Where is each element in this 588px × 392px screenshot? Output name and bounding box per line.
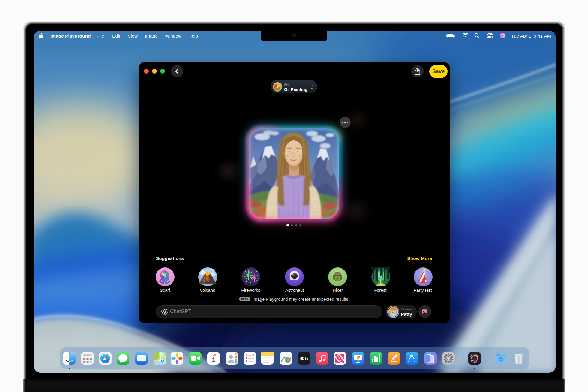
svg-text:1: 1	[212, 356, 215, 363]
svg-text:tv: tv	[305, 357, 308, 361]
